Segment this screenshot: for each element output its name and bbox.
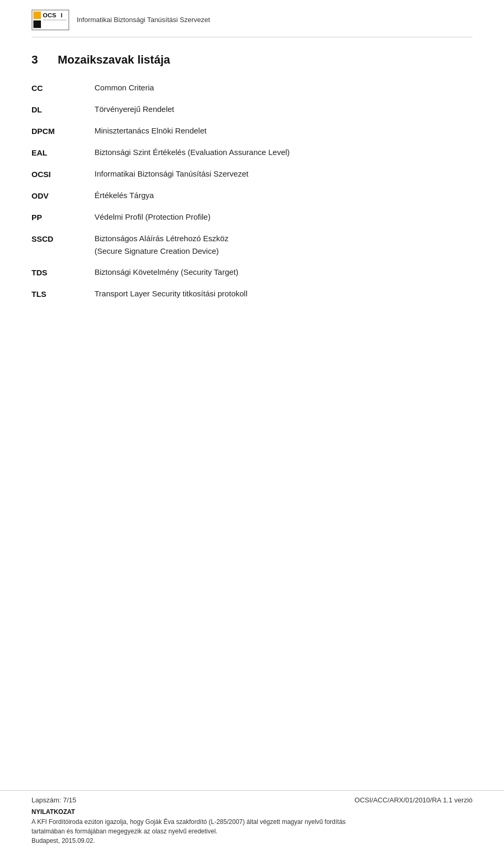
section-heading: 3 Mozaikszavak listája (32, 53, 472, 67)
acronym-definition: Biztonsági Szint Értékelés (Evaluation A… (94, 146, 472, 159)
svg-rect-2 (34, 20, 41, 28)
acronym-definition: Védelmi Profil (Protection Profile) (94, 211, 472, 223)
acronym-row: DLTörvényerejű Rendelet (32, 103, 472, 116)
page-container: OCS I Informatikai Biztonsági Tanúsítási… (0, 0, 504, 856)
acronym-row: OCSIInformatikai Biztonsági Tanúsítási S… (32, 168, 472, 181)
acronym-row: EALBiztonsági Szint Értékelés (Evaluatio… (32, 146, 472, 159)
acronym-row: ODVÉrtékelés Tárgya (32, 189, 472, 202)
acronym-code: CC (32, 81, 94, 95)
footer-main: Lapszám: 7/15 OCSI/ACC/ARX/01/2010/RA 1.… (32, 796, 472, 804)
acronym-row: TDSBiztonsági Követelmény (Security Targ… (32, 266, 472, 279)
header: OCS I Informatikai Biztonsági Tanúsítási… (32, 0, 472, 37)
footer: Lapszám: 7/15 OCSI/ACC/ARX/01/2010/RA 1.… (0, 790, 504, 856)
svg-text:I: I (61, 12, 62, 19)
acronym-definition: Informatikai Biztonsági Tanúsítási Szerv… (94, 168, 472, 180)
section-number: 3 (32, 53, 47, 67)
acronym-definition: Common Criteria (94, 81, 472, 94)
acronym-row: SSCDBiztonságos Aláírás Létrehozó Eszköz… (32, 232, 472, 257)
acronym-code: ODV (32, 189, 94, 202)
acronym-code: TDS (32, 266, 94, 279)
acronym-definition: Minisztertanács Elnöki Rendelet (94, 125, 472, 137)
section-title: Mozaikszavak listája (58, 53, 170, 67)
acronym-definition: Biztonságos Aláírás Létrehozó Eszköz (Se… (94, 232, 472, 257)
acronym-definition: Transport Layer Security titkosítási pro… (94, 287, 472, 300)
svg-rect-1 (34, 12, 41, 19)
footer-disclaimer: NYILATKOZAT A KFI Fordítóiroda ezúton ig… (32, 808, 472, 845)
acronym-definition: Törvényerejű Rendelet (94, 103, 472, 116)
acronym-code: TLS (32, 287, 94, 301)
acronym-code: DL (32, 103, 94, 116)
footer-doc-label: OCSI/ACC/ARX/01/2010/RA 1.1 verzió (354, 796, 472, 804)
acronym-code: DPCM (32, 125, 94, 138)
acronym-definition: Biztonsági Követelmény (Security Target) (94, 266, 472, 279)
footer-disclaimer-text: A KFI Fordítóiroda ezúton igazolja, hogy… (32, 817, 472, 845)
acronym-code: OCSI (32, 168, 94, 181)
acronym-row: TLSTransport Layer Security titkosítási … (32, 287, 472, 301)
acronym-definition: Értékelés Tárgya (94, 189, 472, 202)
logo-container: OCS I Informatikai Biztonsági Tanúsítási… (32, 9, 210, 30)
acronym-row: PPVédelmi Profil (Protection Profile) (32, 211, 472, 224)
footer-disclaimer-title: NYILATKOZAT (32, 808, 472, 816)
acronym-code: PP (32, 211, 94, 224)
acronym-list: CCCommon CriteriaDLTörvényerejű Rendelet… (32, 81, 472, 301)
footer-page-label: Lapszám: 7/15 (32, 796, 76, 804)
acronym-code: SSCD (32, 232, 94, 245)
svg-text:OCS: OCS (43, 12, 57, 19)
acronym-row: DPCMMinisztertanács Elnöki Rendelet (32, 125, 472, 138)
org-name: Informatikai Biztonsági Tanúsítási Szerv… (77, 15, 210, 25)
acronym-code: EAL (32, 146, 94, 159)
ocsi-logo: OCS I (32, 9, 69, 30)
acronym-row: CCCommon Criteria (32, 81, 472, 95)
